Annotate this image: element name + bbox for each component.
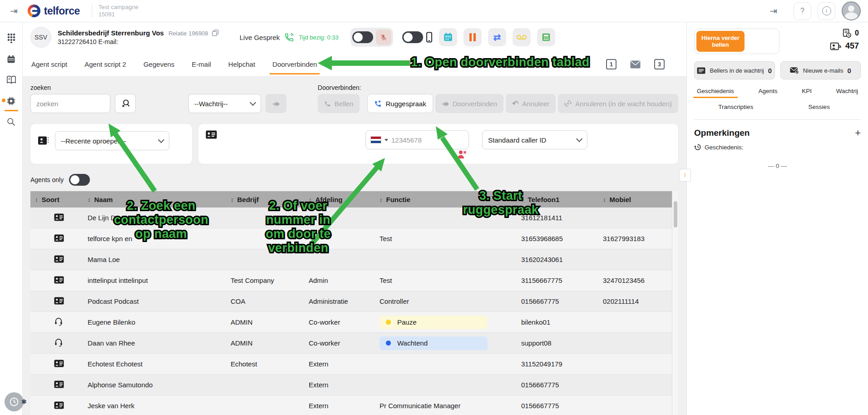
pause-call-button[interactable] — [464, 28, 482, 46]
rail-campaign-button[interactable] — [0, 90, 22, 111]
rail-dialpad-button[interactable] — [0, 28, 22, 49]
dialpad-icon — [7, 33, 16, 43]
remove-contact-button[interactable] — [456, 149, 467, 161]
user-avatar[interactable] — [842, 1, 861, 20]
queue-forward-button[interactable]: ↠ — [266, 94, 286, 113]
recent-calls-select[interactable]: --Recente oproepen-- — [55, 131, 169, 150]
tab-e-mail[interactable]: E-mail — [191, 53, 212, 75]
column-header-functie[interactable]: ↕Functie — [376, 196, 518, 203]
copy-icon[interactable] — [212, 30, 219, 36]
search-clear-button[interactable] — [115, 94, 136, 113]
campaign-name: Test campagne — [99, 4, 138, 11]
table-row[interactable]: Jeske van HerkExternPr Communicatie Mana… — [30, 395, 678, 415]
crm-header: SSV Schildersbedrijf Sterrenburg Vos Rel… — [22, 22, 686, 52]
tab-gegevens[interactable]: Gegevens — [143, 53, 175, 75]
column-header-mobiel[interactable]: ↕Mobiel — [599, 196, 678, 203]
left-rail — [0, 22, 23, 415]
chevron-down-icon — [158, 137, 164, 143]
sidebar-tab-sessies[interactable]: Sessies — [778, 104, 861, 114]
new-emails-button[interactable]: Nieuwe e-mails 0 — [780, 61, 861, 79]
queue-select[interactable]: --Wachtrij-- — [188, 94, 261, 113]
afdeling-cell: Co-worker — [305, 318, 376, 326]
callers-in-queue-button[interactable]: Bellers in de wachtrij 0 — [694, 61, 775, 79]
column-header-naam[interactable]: ↕Naam — [84, 196, 227, 203]
rail-calendar-button[interactable] — [0, 49, 22, 69]
sidebar-tab-geschiedenis[interactable]: Geschiedenis — [697, 88, 734, 98]
consult-button[interactable]: Ruggespraak — [367, 94, 433, 113]
mute-toggle[interactable] — [352, 31, 373, 43]
add-note-button[interactable]: + — [855, 129, 861, 137]
telefoon1-cell: 0156667775 — [518, 402, 599, 410]
collapse-panel-icon[interactable]: ⇥ — [769, 5, 777, 16]
naam-cell: Echotest Echotest — [84, 360, 227, 368]
contact-card-icon — [54, 213, 64, 221]
nl-flag-icon[interactable] — [370, 136, 381, 143]
table-row[interactable]: telforce kpn enTest316539686853162799318… — [30, 228, 678, 249]
caller-id-select[interactable]: Standaard caller ID — [482, 130, 587, 149]
panel-resize-handle[interactable]: ⫱ — [679, 169, 691, 182]
search-input[interactable] — [30, 94, 110, 113]
chevron-down-icon — [576, 136, 582, 142]
user-x-icon — [456, 149, 467, 159]
functie-cell: Pauze — [376, 316, 518, 329]
collapse-sidebar-icon[interactable]: ⇥ — [10, 5, 18, 16]
tab-list: Agent scriptAgent script 2GegevensE-mail… — [30, 53, 318, 75]
transfer-button[interactable]: ⇄ — [488, 28, 506, 46]
rail-search-button[interactable] — [0, 111, 22, 132]
info-icon: i — [822, 6, 831, 15]
table-row[interactable]: inttelinput inttelinputTest CompanyAdmin… — [30, 270, 678, 291]
stat-documents-count: 0 — [855, 29, 859, 37]
sort-icon: ↕ — [88, 196, 91, 203]
sidebar-tab-transcripties[interactable]: Transcripties — [694, 104, 778, 114]
cancel-hold-button[interactable]: Annuleren (in de wacht houden) — [558, 94, 678, 113]
table-row[interactable]: Eugene BilenkoADMINCo-workerPauzebilenko… — [30, 312, 678, 333]
clock-icon — [9, 397, 19, 407]
column-label: Telefoon1 — [528, 196, 560, 203]
call-button[interactable]: Bellen — [318, 94, 360, 113]
afdeling-cell: Co-worker — [305, 339, 376, 347]
help-button[interactable]: ? — [794, 2, 811, 20]
table-row[interactable]: Mama Loe31620243061 — [30, 249, 678, 270]
table-row[interactable]: Alphonse SamutondoExtern0156667775 — [30, 375, 678, 395]
agents-only-toggle[interactable] — [69, 174, 90, 186]
consult-button-label: Ruggespraak — [385, 100, 426, 108]
scrollbar-thumb[interactable] — [674, 201, 677, 227]
info-button[interactable]: i — [818, 2, 835, 20]
page-1-icon[interactable]: 1 — [606, 59, 616, 69]
tab-agent-script-2[interactable]: Agent script 2 — [84, 53, 127, 75]
column-header-bedrijf[interactable]: ↕Bedrijf — [227, 196, 305, 203]
sidebar-tab-wachtrij[interactable]: Wachtrij — [836, 88, 858, 98]
voicemail-button[interactable] — [513, 28, 531, 46]
column-header-afdeling[interactable]: ↕Afdeling — [305, 196, 376, 203]
sort-icon: ↕ — [309, 196, 312, 203]
session-timer-button[interactable]: ✱ — [5, 392, 24, 411]
mic-off-button[interactable] — [376, 30, 391, 45]
tab-agent-script[interactable]: Agent script — [30, 53, 68, 75]
table-row[interactable]: Podcast PodcastCOAAdministratieControlle… — [30, 291, 678, 312]
telforce-logo-icon — [28, 5, 40, 17]
mobile-toggle[interactable] — [402, 31, 423, 43]
tab-helpchat[interactable]: Helpchat — [227, 53, 256, 75]
calendar-button[interactable] — [439, 28, 457, 46]
bedrijf-cell: Test Company — [227, 277, 305, 284]
call-next-button[interactable]: Hierna verder bellen — [696, 31, 745, 52]
dialer-device-button[interactable] — [537, 28, 555, 46]
column-header-soort[interactable]: ↕Soort — [30, 196, 84, 203]
person-call-icon — [830, 42, 842, 51]
column-header-telefoon1[interactable]: ↕Telefoon1 — [518, 196, 599, 203]
transfer-now-button[interactable]: ↠ Doorverbinden — [435, 94, 503, 113]
phone-number-field[interactable]: 12345678 — [365, 130, 469, 149]
table-row[interactable]: Daan van RheeADMINCo-workerWachtendsuppo… — [30, 333, 678, 354]
mute-toggle-group — [350, 28, 393, 47]
rail-addressbook-button[interactable] — [0, 69, 22, 90]
table-row[interactable]: Echotest EchotestEchotestExtern311520491… — [30, 354, 678, 375]
mail-tab-icon[interactable] — [630, 60, 641, 69]
sidebar-tab-kpi[interactable]: KPI — [802, 88, 812, 98]
table-scrollbar[interactable] — [672, 191, 678, 415]
page-3-icon[interactable]: 3 — [654, 59, 665, 69]
cancel-button[interactable]: ↶ Annuleer — [506, 94, 556, 113]
table-row[interactable]: De Lijn De LIJN achternaam31612181411 — [30, 208, 678, 228]
sidebar-tab-agents[interactable]: Agents — [759, 88, 778, 98]
tab-doorverbinden[interactable]: Doorverbinden — [271, 53, 318, 75]
notes-title: Opmerkingen — [694, 128, 750, 138]
